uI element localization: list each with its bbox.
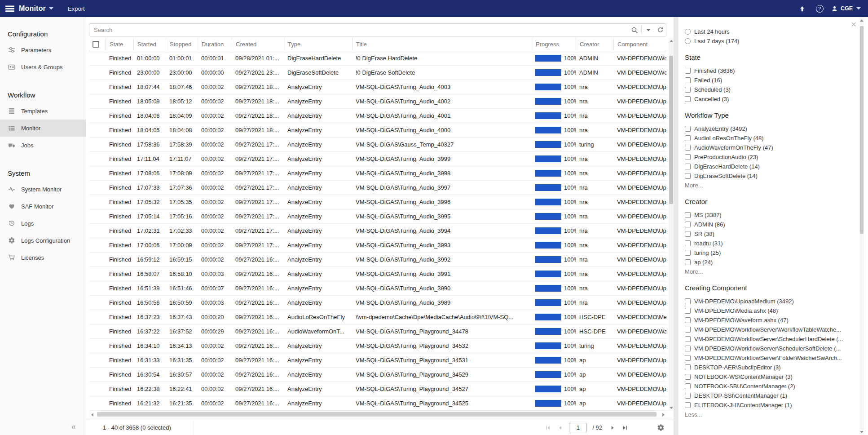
filter-option-finished-3636[interactable]: Finished (3636) <box>685 66 848 75</box>
table-row[interactable]: Finished16:34:1016:34:1300:00:0209/27/20… <box>89 339 666 353</box>
last-page-button[interactable] <box>620 423 630 433</box>
filter-option-vm-dpedemo-waveform-ashx-47[interactable]: VM-DPEDEMO\Waveform.ashx (47) <box>685 315 848 325</box>
select-all-checkbox[interactable] <box>93 41 99 48</box>
scroll-up-button[interactable] <box>859 17 864 23</box>
filter-option-last-7-days-174[interactable]: Last 7 days (174) <box>685 36 848 46</box>
table-row[interactable]: Finished18:04:0518:04:0800:00:0209/27/20… <box>89 123 666 138</box>
filter-option-admin-86[interactable]: ADMIN (86) <box>685 220 848 229</box>
column-header-duration[interactable]: Duration <box>198 38 232 51</box>
app-logo-icon[interactable] <box>5 5 14 12</box>
column-header-created[interactable]: Created <box>232 38 284 51</box>
filter-option-analyzeentry-3492[interactable]: AnalyzeEntry (3492) <box>685 124 848 133</box>
column-header-started[interactable]: Started <box>133 38 166 51</box>
table-row[interactable]: Finished16:22:3816:22:4100:00:0209/27/20… <box>89 382 666 396</box>
filter-more-link[interactable]: More... <box>685 267 848 276</box>
sidebar-item-logs[interactable]: Logs <box>0 215 86 232</box>
table-row[interactable]: Finished17:05:3217:05:3500:00:0209/27/20… <box>89 195 666 209</box>
app-title[interactable]: Monitor <box>19 4 46 13</box>
table-row[interactable]: Finished17:05:1417:05:1600:00:0209/27/20… <box>89 209 666 224</box>
close-icon[interactable]: × <box>851 20 856 29</box>
filter-option-cancelled-3[interactable]: Cancelled (3) <box>685 94 848 104</box>
table-row[interactable]: Finished16:58:0716:58:1000:00:0309/27/20… <box>89 267 666 281</box>
table-row[interactable]: Finished17:08:0617:08:0900:00:0209/27/20… <box>89 166 666 181</box>
filter-option-audiowaveformonthefly-47[interactable]: AudioWaveformOnTheFly (47) <box>685 143 848 152</box>
sidebar-item-templates[interactable]: Templates <box>0 102 86 120</box>
scroll-down-button[interactable] <box>669 404 674 411</box>
filter-option-vm-dpedemo-workflowserver-workflowtablewatche[interactable]: VM-DPEDEMO\WorkflowServer\WorkflowTableW… <box>685 325 848 334</box>
page-number-input[interactable] <box>569 423 587 432</box>
filter-panel-scrollbar[interactable] <box>859 17 864 435</box>
table-row[interactable]: Finished17:07:3317:07:3600:00:0209/27/20… <box>89 181 666 195</box>
sidebar-item-users-groups[interactable]: Users & Groups <box>0 58 86 75</box>
filter-option-ms-3387[interactable]: MS (3387) <box>685 210 848 220</box>
filter-option-desktop-ssi-contentmanager-1[interactable]: DESKTOP-SSI\ContentManager (1) <box>685 391 848 400</box>
column-header-title[interactable]: Title <box>352 38 532 51</box>
scroll-up-button[interactable] <box>669 38 674 44</box>
filter-option-failed-16[interactable]: Failed (16) <box>685 75 848 85</box>
table-settings-gear-icon[interactable] <box>657 424 665 431</box>
column-header-creator[interactable]: Creator <box>576 38 613 51</box>
sidebar-item-system-monitor[interactable]: System Monitor <box>0 181 86 198</box>
filter-option-digerasesoftdelete-14[interactable]: DigEraseSoftDelete (14) <box>685 171 848 181</box>
menu-export[interactable]: Export <box>68 5 85 12</box>
table-horizontal-scrollbar[interactable] <box>89 412 666 417</box>
table-row[interactable]: Finished18:07:4418:07:4600:00:0209/27/20… <box>89 80 666 94</box>
search-icon[interactable] <box>629 27 640 34</box>
scroll-left-button[interactable] <box>89 412 95 417</box>
filter-option-desktop-aer-subclipeditor-3[interactable]: DESKTOP-AER\SubclipEditor (3) <box>685 363 848 372</box>
filter-option-notebook-sbu-contentmanager-2[interactable]: NOTEBOOK-SBU\ContentManager (2) <box>685 382 848 391</box>
filter-option-audioloresonthefly-48[interactable]: AudioLoResOnTheFly (48) <box>685 133 848 143</box>
filter-option-ap-24[interactable]: ap (24) <box>685 257 848 267</box>
table-row[interactable]: Finished18:05:0918:05:1200:00:0209/27/20… <box>89 94 666 109</box>
table-row[interactable]: Finished16:51:3916:51:4600:00:0709/27/20… <box>89 281 666 296</box>
search-options-chevron-icon[interactable] <box>643 29 654 31</box>
filter-option-vm-dpedemo-workflowserver-schedulersoftdelete[interactable]: VM-DPEDEMO\WorkflowServer\SchedulerSoftD… <box>685 344 848 353</box>
scroll-right-button[interactable] <box>660 412 666 417</box>
filter-option-turing-25[interactable]: turing (25) <box>685 248 848 257</box>
column-header-component[interactable]: Component <box>613 38 666 51</box>
horizontal-scroll-thumb[interactable] <box>97 412 657 417</box>
first-page-button[interactable] <box>543 423 553 433</box>
table-vertical-scrollbar[interactable] <box>669 38 674 411</box>
table-row[interactable]: Finished16:37:2316:37:4300:00:2009/27/20… <box>89 310 666 324</box>
filter-option-vm-dpedemo-uploadmedium-3492[interactable]: VM-DPEDEMO\UploadMedium (3492) <box>685 297 848 306</box>
table-row[interactable]: Finished17:11:0417:11:0700:00:0209/27/20… <box>89 152 666 166</box>
table-row[interactable]: Finished16:37:2216:37:5200:00:2909/27/20… <box>89 324 666 339</box>
next-page-button[interactable] <box>608 423 617 433</box>
filter-option-sr-38[interactable]: SR (38) <box>685 229 848 239</box>
chevron-down-icon[interactable] <box>49 7 53 10</box>
sidebar-item-jobs[interactable]: Jobs <box>0 137 86 154</box>
column-header-progress[interactable]: Progress <box>532 38 576 51</box>
sidebar-item-parameters[interactable]: Parameters <box>0 41 86 58</box>
collapse-sidebar-button[interactable]: « <box>71 422 76 431</box>
help-icon[interactable]: ? <box>816 5 824 13</box>
sidebar-item-monitor[interactable]: Monitor <box>0 120 86 137</box>
filter-option-notebook-ws-contentmanager-3[interactable]: NOTEBOOK-WS\ContentManager (3) <box>685 372 848 382</box>
table-row[interactable]: Finished16:31:3316:31:3500:00:0209/27/20… <box>89 353 666 368</box>
filter-option-elitebook-jhi-contentmanager-1[interactable]: ELITEBOOK-JHI\ContentManager (1) <box>685 400 848 410</box>
sidebar-item-saf-monitor[interactable]: SAF Monitor <box>0 198 86 215</box>
filter-option-last-24-hours[interactable]: Last 24 hours <box>685 27 848 36</box>
scroll-down-button[interactable] <box>859 429 864 435</box>
table-row[interactable]: Finished01:00:0001:00:0100:00:0109/28/20… <box>89 51 666 66</box>
upload-icon[interactable] <box>797 5 808 12</box>
filter-option-digeraseharddelete-14[interactable]: DigEraseHardDelete (14) <box>685 162 848 171</box>
table-row[interactable]: Finished17:58:3617:58:3900:00:0209/27/20… <box>89 138 666 152</box>
table-row[interactable]: Finished18:04:0618:04:0900:00:0209/27/20… <box>89 109 666 123</box>
user-menu[interactable]: CGE <box>831 5 861 12</box>
filter-scroll-thumb[interactable] <box>860 26 864 234</box>
filter-option-roadtu-31[interactable]: roadtu (31) <box>685 239 848 248</box>
filter-less-link[interactable]: Less... <box>685 410 848 419</box>
vertical-scroll-thumb[interactable] <box>669 56 673 204</box>
filter-option-vm-dpedemo-media-ashx-48[interactable]: VM-DPEDEMO\Media.ashx (48) <box>685 306 848 315</box>
column-header-stopped[interactable]: Stopped <box>166 38 198 51</box>
refresh-icon[interactable] <box>654 27 666 33</box>
search-input[interactable] <box>89 27 629 33</box>
sidebar-item-licenses[interactable]: Licenses <box>0 249 86 266</box>
table-row[interactable]: Finished16:59:1216:59:1500:00:0209/27/20… <box>89 253 666 267</box>
sidebar-item-logs-configuration[interactable]: Logs Configuration <box>0 232 86 249</box>
table-row[interactable]: Finished23:00:0023:00:0000:00:0009/27/20… <box>89 66 666 80</box>
previous-page-button[interactable] <box>555 423 565 433</box>
table-row[interactable]: Finished16:30:5416:30:5700:00:0209/27/20… <box>89 368 666 382</box>
column-header-state[interactable]: State <box>106 38 133 51</box>
